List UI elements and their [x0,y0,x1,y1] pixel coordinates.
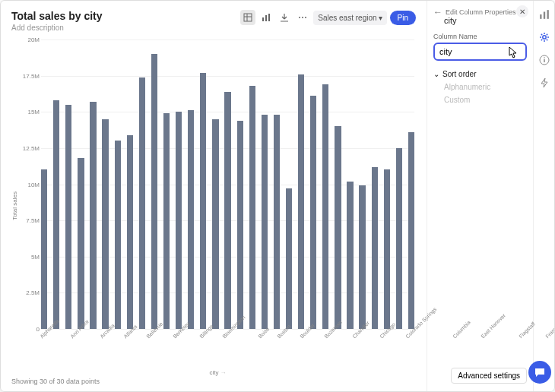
svg-point-7 [302,17,303,18]
svg-rect-10 [543,12,544,19]
y-tick: 20M [20,36,40,43]
svg-rect-5 [268,14,270,21]
bar[interactable] [384,169,390,329]
bar[interactable] [176,112,182,329]
back-button[interactable]: ← [433,7,442,17]
y-tick: 0 [20,326,40,333]
data-point-status: Showing 30 of 30 data points [11,378,416,385]
bar[interactable] [212,119,218,329]
bar[interactable] [139,77,145,329]
bar[interactable] [408,132,414,329]
y-tick: 17.5M [20,72,40,79]
column-name-label: Column Name [433,33,527,40]
bar[interactable] [65,105,71,329]
bar[interactable] [90,102,96,329]
gear-icon[interactable] [537,30,552,45]
bar[interactable] [237,121,243,329]
region-select[interactable]: Sales east region▾ [313,11,386,25]
sort-option-alphanumeric[interactable]: Alphanumeric [444,83,527,91]
y-tick: 15M [20,109,40,115]
svg-rect-9 [540,14,541,19]
bar[interactable] [53,100,59,329]
bar[interactable] [359,185,365,329]
bar[interactable] [335,126,341,329]
y-tick: 2.5M [20,289,40,296]
svg-point-15 [544,57,545,58]
svg-point-6 [299,17,300,18]
bar[interactable] [224,92,230,329]
bar[interactable] [249,86,255,329]
chevron-down-icon: ⌄ [433,70,439,78]
bar[interactable] [298,74,304,329]
bar[interactable] [262,115,268,329]
pin-button[interactable]: Pin [390,11,416,25]
y-axis-label: Total sales [11,191,18,220]
close-panel-button[interactable]: ✕ [516,5,528,17]
bar[interactable] [322,84,328,329]
chart-view-button[interactable] [258,10,274,25]
download-button[interactable] [277,10,292,25]
y-tick: 12.5M [20,144,40,151]
sort-option-custom[interactable]: Custom [444,96,527,104]
svg-rect-3 [262,17,264,21]
bar[interactable] [347,182,353,329]
sort-order-toggle[interactable]: ⌄Sort order [433,70,527,78]
bolt-icon[interactable] [537,75,552,90]
svg-rect-4 [265,15,267,21]
bar[interactable] [310,96,316,329]
bar[interactable] [274,115,280,329]
edit-column-panel: ← Edit Column Properties city ✕ Column N… [427,1,533,391]
chevron-down-icon: ▾ [379,14,382,22]
bar[interactable] [200,73,206,329]
panel-title: Edit Column Properties [446,8,516,16]
bar[interactable] [41,169,47,329]
page-title: Total sales by city [11,10,103,22]
bar-chart: 02.5M5M7.5M10M12.5M15M17.5M20M Alpharett… [20,35,416,376]
bar[interactable] [396,148,402,329]
bar[interactable] [102,119,108,329]
bar[interactable] [151,54,157,329]
svg-point-8 [305,17,306,18]
y-tick: 7.5M [20,217,40,224]
bar[interactable] [372,167,378,329]
bar[interactable] [188,110,194,329]
table-view-button[interactable] [240,10,255,25]
y-tick: 5M [20,253,40,260]
column-display-name: city [444,16,527,25]
bar[interactable] [163,113,170,329]
chart-settings-icon[interactable] [537,7,552,22]
chart-toolbar: Sales east region▾ Pin [240,10,416,25]
svg-rect-11 [547,10,548,19]
bar[interactable] [286,188,292,329]
info-icon[interactable] [537,52,552,68]
more-button[interactable] [295,10,310,25]
bar[interactable] [127,135,133,329]
y-tick: 10M [20,181,40,188]
svg-point-12 [542,36,545,39]
description-placeholder[interactable]: Add description [11,24,103,32]
x-axis-label: city → [209,369,226,376]
svg-rect-0 [244,14,252,21]
chat-fab[interactable] [528,361,551,384]
cursor-icon [507,46,519,62]
bar[interactable] [78,158,84,329]
bar[interactable] [115,141,121,329]
advanced-settings-button[interactable]: Advanced settings [451,368,527,384]
